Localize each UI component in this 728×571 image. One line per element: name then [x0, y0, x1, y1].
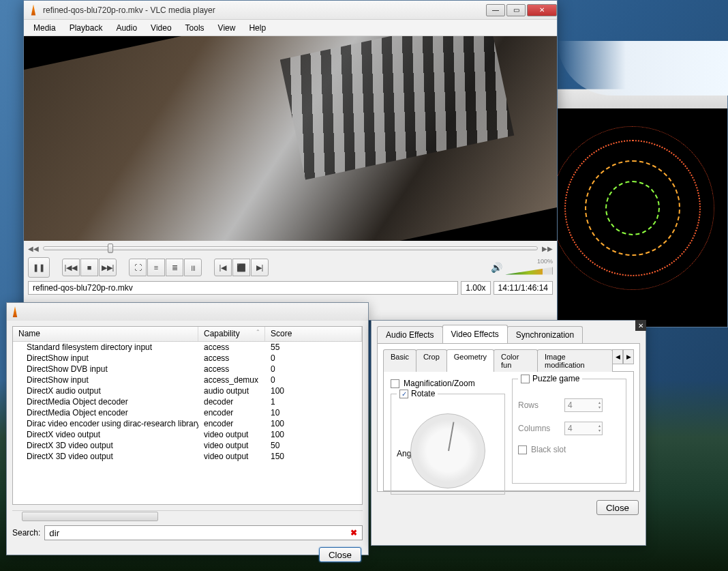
col-score[interactable]: Score	[265, 327, 362, 341]
subtab-left-icon[interactable]: ◀	[612, 349, 623, 364]
window-title: refined-qos-blu720p-ro.mkv - VLC media p…	[43, 5, 485, 15]
cell-capability: encoder	[198, 408, 265, 418]
controls-row: ❚❚ |◀◀ ■ ▶▶| ⛶ ≡ ≣ ⫼ |◀ ⬛ ▶| 🔊 100%	[24, 256, 557, 279]
col-capability[interactable]: Capability	[198, 327, 265, 341]
visualizer-rings	[551, 126, 714, 290]
close-button[interactable]: Close	[596, 500, 639, 515]
fullscreen-button[interactable]: ⛶	[129, 259, 147, 276]
table-body: Standard filesystem directory inputacces…	[13, 342, 362, 462]
rows-spinner[interactable]: 4	[564, 398, 603, 412]
mag-zoom-check[interactable]: Magnification/Zoom	[391, 379, 505, 388]
cell-score: 50	[265, 441, 362, 450]
video-area[interactable]	[24, 36, 557, 241]
col-name[interactable]: Name	[13, 327, 198, 341]
cell-capability: access	[198, 342, 265, 352]
volume-percent: 100%	[537, 258, 553, 265]
table-row[interactable]: Dirac video encoder using dirac-research…	[13, 418, 362, 429]
vlc-main-window: refined-qos-blu720p-ro.mkv - VLC media p…	[23, 0, 558, 321]
equalizer-button[interactable]: ⫼	[184, 259, 202, 276]
black-slot-check[interactable]: Black slot	[518, 445, 620, 454]
seek-back-icon[interactable]: ◀◀	[28, 244, 39, 253]
rotate-check[interactable]: ✓ Rotate	[397, 389, 438, 398]
search-row: Search: ✖	[7, 521, 368, 544]
close-button[interactable]: ✕	[527, 4, 557, 16]
tab-audio-effects[interactable]: Audio Effects	[377, 326, 443, 343]
table-row[interactable]: DirectShow DVB inputaccess0	[13, 364, 362, 375]
volume-slider[interactable]	[505, 265, 553, 277]
cell-capability: decoder	[198, 397, 265, 407]
maximize-button[interactable]: ▭	[506, 4, 526, 16]
cols-spinner[interactable]: 4	[564, 422, 603, 435]
subtab-basic[interactable]: Basic	[383, 349, 416, 372]
next-button[interactable]: ▶▶|	[99, 259, 117, 276]
angle-dial[interactable]	[410, 413, 485, 488]
effects-dialog: ✕ Audio Effects Video Effects Synchroniz…	[371, 320, 646, 546]
menu-tools[interactable]: Tools	[179, 21, 211, 35]
frame-fwd-button[interactable]: ▶|	[251, 259, 269, 276]
table-row[interactable]: DirectX video outputvideo output100	[13, 429, 362, 440]
cell-capability: access	[198, 353, 265, 363]
subtab-color-fun[interactable]: Color fun	[494, 349, 538, 372]
playlist-button[interactable]: ≡	[147, 259, 165, 276]
table-row[interactable]: DirectMedia Object encoderencoder10	[13, 407, 362, 418]
table-row[interactable]: DirectX 3D video outputvideo output150	[13, 451, 362, 462]
cell-score: 55	[265, 342, 362, 352]
record-button[interactable]: ⬛	[232, 259, 250, 276]
menu-video[interactable]: Video	[144, 21, 178, 35]
clear-icon[interactable]: ✖	[350, 528, 357, 538]
cell-capability: encoder	[198, 419, 265, 428]
cell-name: DirectX audio output	[13, 386, 198, 396]
tab-synchronization[interactable]: Synchronization	[507, 326, 583, 343]
prev-button[interactable]: |◀◀	[62, 259, 80, 276]
seek-thumb[interactable]	[108, 244, 113, 253]
checkbox-icon	[521, 375, 530, 383]
menu-audio[interactable]: Audio	[109, 21, 144, 35]
cell-score: 10	[265, 408, 362, 418]
frame-back-button[interactable]: |◀	[214, 259, 232, 276]
menu-playback[interactable]: Playback	[63, 21, 110, 35]
table-row[interactable]: DirectMedia Object decoderdecoder1	[13, 396, 362, 407]
subtab-image-mod[interactable]: Image modification	[537, 349, 613, 372]
visualizer-window	[537, 89, 728, 327]
pause-button[interactable]: ❚❚	[28, 257, 50, 278]
stop-button[interactable]: ■	[80, 259, 98, 276]
subtab-geometry[interactable]: Geometry	[446, 349, 494, 372]
extended-button[interactable]: ≣	[166, 259, 183, 276]
cell-score: 100	[265, 430, 362, 439]
seek-slider[interactable]	[43, 246, 538, 250]
subtab-crop[interactable]: Crop	[416, 349, 447, 372]
cell-capability: access_demux	[198, 375, 265, 385]
table-row[interactable]: DirectX 3D video outputvideo output50	[13, 440, 362, 451]
seek-row: ◀◀ ▶▶	[24, 241, 557, 256]
cell-name: DirectMedia Object decoder	[13, 397, 198, 407]
close-button[interactable]: Close	[319, 547, 361, 562]
search-label: Search:	[12, 528, 40, 538]
vlc-cone-icon	[28, 5, 39, 16]
cell-name: DirectX 3D video output	[13, 452, 198, 461]
plugins-titlebar[interactable]	[7, 303, 368, 321]
puzzle-check[interactable]: Puzzle game	[518, 374, 582, 383]
table-row[interactable]: DirectX audio outputaudio output100	[13, 385, 362, 396]
speaker-icon[interactable]: 🔊	[491, 262, 502, 273]
hscrollbar[interactable]	[12, 510, 363, 521]
status-filename[interactable]: refined-qos-blu720p-ro.mkv	[28, 281, 458, 295]
minimize-button[interactable]: —	[486, 4, 505, 16]
checkbox-icon	[518, 445, 527, 454]
seek-fwd-icon[interactable]: ▶▶	[542, 244, 553, 253]
table-row[interactable]: DirectShow inputaccess_demux0	[13, 375, 362, 385]
status-time[interactable]: 14:11/1:46:14	[494, 281, 553, 295]
puzzle-group: Puzzle game Rows 4 Columns 4	[512, 379, 626, 484]
cell-name: DirectShow input	[13, 375, 198, 385]
subtab-right-icon[interactable]: ▶	[623, 349, 634, 364]
cell-capability: video output	[198, 452, 265, 461]
table-row[interactable]: DirectShow inputaccess0	[13, 353, 362, 364]
search-input[interactable]	[44, 525, 363, 540]
status-speed[interactable]: 1.00x	[461, 281, 490, 295]
titlebar[interactable]: refined-qos-blu720p-ro.mkv - VLC media p…	[24, 1, 557, 20]
table-row[interactable]: Standard filesystem directory inputacces…	[13, 342, 362, 353]
menu-help[interactable]: Help	[242, 21, 273, 35]
menu-media[interactable]: Media	[27, 21, 63, 35]
hscroll-thumb[interactable]	[22, 512, 158, 521]
menu-view[interactable]: View	[211, 21, 243, 35]
tab-video-effects[interactable]: Video Effects	[442, 325, 508, 343]
